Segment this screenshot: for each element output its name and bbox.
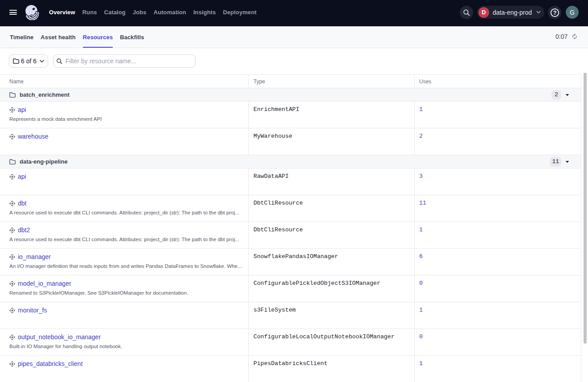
svg-text:?: ? <box>553 10 556 16</box>
